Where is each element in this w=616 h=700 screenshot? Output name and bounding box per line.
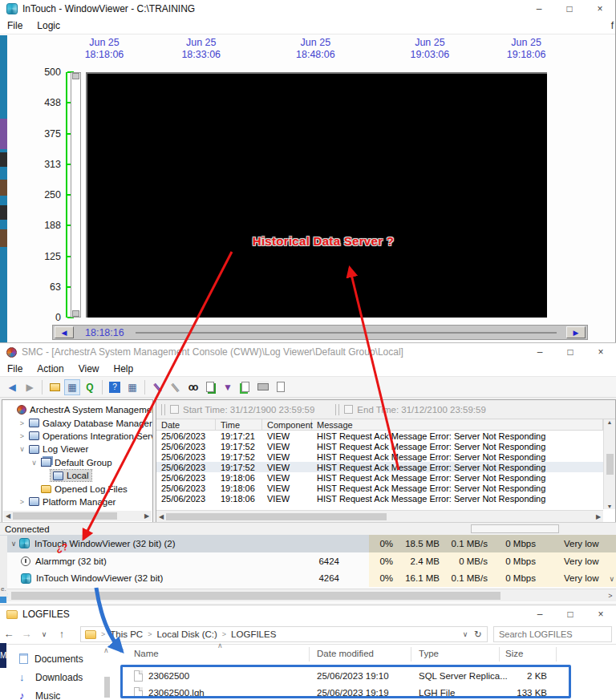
column-separator[interactable] (556, 647, 557, 662)
expand-icon[interactable]: > (18, 432, 26, 440)
log-vertical-scrollbar[interactable]: ▲ ▼ (603, 419, 615, 509)
column-header-message[interactable]: Message (312, 419, 603, 430)
slider-bottom-handle[interactable] (72, 310, 79, 317)
collapse-icon[interactable]: ∨ (30, 459, 38, 467)
address-bar[interactable]: >This PC>Local Disk (C:)>LOGFILES ∨ ↻ (80, 626, 488, 642)
search-box[interactable] (493, 626, 612, 642)
scroll-left-arrow[interactable]: ◀ (3, 512, 13, 520)
scroll-right-arrow[interactable]: > (605, 592, 616, 600)
menu-file[interactable]: File (0, 363, 30, 374)
column-separator[interactable] (411, 647, 411, 662)
print-icon[interactable] (255, 379, 271, 395)
log-row[interactable]: 25/06/202319:18:06VIEWHIST Request Ack M… (156, 493, 603, 504)
column-separator[interactable] (499, 647, 500, 662)
tree-item-log-viewer[interactable]: ∨Log Viewer (2, 443, 152, 455)
find-icon[interactable]: oo (184, 379, 201, 395)
scroll-left-arrow[interactable]: ◀ (156, 513, 166, 520)
log-row[interactable]: 25/06/202319:17:52VIEWHIST Request Ack M… (156, 441, 603, 451)
refresh-icon[interactable]: ↻ (474, 629, 482, 640)
column-header-size[interactable]: Size (505, 649, 523, 658)
close-button[interactable]: × (585, 0, 615, 18)
close-button[interactable]: × (586, 343, 616, 361)
scroll-right-arrow[interactable]: ▶ (594, 513, 603, 520)
log-row[interactable]: 25/06/202319:17:52VIEWHIST Request Ack M… (156, 451, 603, 462)
filter-grip[interactable] (335, 404, 339, 415)
address-dropdown-icon[interactable]: ∨ (463, 630, 468, 638)
collapse-icon[interactable]: ∨ (18, 445, 26, 453)
print-preview-icon[interactable] (273, 379, 289, 395)
log-horizontal-scrollbar[interactable]: ◀ ▶ (156, 510, 603, 522)
sidebar-scrollbar-thumb[interactable] (104, 677, 110, 698)
column-header-component[interactable]: Component (262, 419, 312, 430)
tree-item-content[interactable]: Operations Integration Server M (26, 431, 153, 442)
log-column-headers[interactable]: DateTimeComponentMessage (156, 419, 603, 431)
column-header-type[interactable]: Type (419, 649, 439, 658)
scrollbar-groove[interactable] (136, 332, 557, 334)
search-input[interactable] (494, 629, 613, 639)
scrollbar-thumb[interactable] (606, 454, 614, 475)
expand-icon[interactable]: > (18, 419, 26, 427)
trend-vertical-slider[interactable] (71, 72, 81, 318)
process-row[interactable]: InTouch WindowViewer (32 bit)42640%16.1 … (0, 569, 605, 587)
maximize-button[interactable]: □ (554, 0, 585, 18)
maximize-button[interactable]: □ (555, 343, 586, 361)
minimize-button[interactable]: – (525, 343, 555, 361)
expand-icon[interactable]: > (18, 498, 26, 506)
process-name[interactable]: InTouch WindowViewer (32 bit) (21, 569, 163, 587)
column-separator[interactable] (309, 647, 310, 662)
tree-item-content[interactable]: Platform Manager (26, 496, 118, 508)
tree-item-content[interactable]: Opened Log Files (38, 484, 130, 495)
tree-item-platform-manager[interactable]: >Platform Manager (2, 496, 152, 508)
file-list-headers[interactable]: ∧ NameDate modifiedTypeSize (120, 645, 616, 664)
breadcrumb-segment[interactable]: This PC (110, 629, 143, 639)
minimize-button[interactable]: – (524, 0, 554, 18)
tree-item-content[interactable]: Local (51, 470, 91, 481)
smc-titlebar[interactable]: SMC - [ArchestrA System Management Conso… (0, 343, 616, 361)
trend-plot-area[interactable] (86, 72, 547, 318)
column-header-date[interactable]: Date (156, 419, 216, 430)
breadcrumb-segment[interactable]: LOGFILES (231, 629, 276, 639)
log-row[interactable]: 25/06/202319:18:06VIEWHIST Request Ack M… (156, 483, 603, 493)
tree-item-opened-log-files[interactable]: Opened Log Files (2, 482, 152, 495)
scrollbar-thumb[interactable] (11, 592, 500, 600)
process-row[interactable]: Alarmmgr (32 bit)64240%2.4 MB0 MB/s0 Mbp… (0, 552, 605, 570)
filter-icon[interactable]: ▼ (220, 379, 236, 395)
trend-time-scrollbar[interactable]: ◀ 18:18:16 ▶ (52, 325, 588, 340)
tree-item-operations-integration-server-m[interactable]: >Operations Integration Server M (2, 430, 152, 443)
menu-action[interactable]: Action (30, 363, 71, 374)
show-console-tree-icon[interactable]: ▦ (64, 379, 80, 395)
column-header-date-modified[interactable]: Date modified (317, 649, 374, 658)
tree-item-default-group[interactable]: ∨Default Group (2, 456, 152, 469)
scroll-down-arrow[interactable]: ∨ (609, 575, 614, 583)
log-row[interactable]: 25/06/202319:17:52VIEWHIST Request Ack M… (156, 462, 603, 472)
maximize-button[interactable]: □ (555, 605, 586, 623)
column-header-name[interactable]: Name (134, 649, 159, 658)
start-time-checkbox[interactable] (170, 405, 179, 414)
scroll-down-arrow[interactable]: ▼ (607, 504, 613, 509)
tree-item-content[interactable]: Log Viewer (26, 443, 91, 455)
scroll-left-button[interactable]: ◀ (55, 326, 74, 338)
scroll-up-arrow[interactable]: ▲ (607, 419, 613, 425)
explorer-titlebar[interactable]: LOGFILES – □ × (0, 605, 616, 623)
nav-up-icon[interactable]: ↑ (53, 628, 71, 640)
slider-top-handle[interactable] (72, 73, 79, 79)
tree-item-local[interactable]: Local (2, 469, 152, 482)
sidebar-item-music[interactable]: ♪Music (0, 686, 117, 700)
scroll-right-arrow[interactable]: ▶ (142, 512, 152, 520)
breadcrumb-segment[interactable]: Local Disk (C:) (156, 629, 217, 639)
minimize-button[interactable]: – (525, 605, 555, 623)
menu-file[interactable]: File (0, 20, 30, 31)
help-icon[interactable]: ? (107, 379, 123, 395)
mark-gray-icon[interactable]: ∥ (164, 375, 186, 398)
console-window-icon[interactable]: ▦ (124, 379, 140, 395)
process-name[interactable]: Alarmmgr (32 bit) (21, 552, 107, 570)
intouch-titlebar[interactable]: InTouch - WindowViewer - C:\TRAINING – □… (0, 0, 615, 18)
scroll-right-button[interactable]: ▶ (566, 326, 586, 338)
message-page-icon[interactable] (202, 379, 218, 395)
tree-horizontal-scrollbar[interactable]: ◀ ▶ (3, 511, 152, 521)
collapse-icon[interactable]: ∨ (8, 540, 19, 548)
tree-item-content[interactable]: Galaxy Database Manager (26, 418, 153, 429)
forward-icon[interactable]: ▶ (22, 379, 38, 395)
scrollbar-thumb[interactable] (13, 512, 117, 520)
folder-up-icon[interactable] (47, 379, 63, 395)
